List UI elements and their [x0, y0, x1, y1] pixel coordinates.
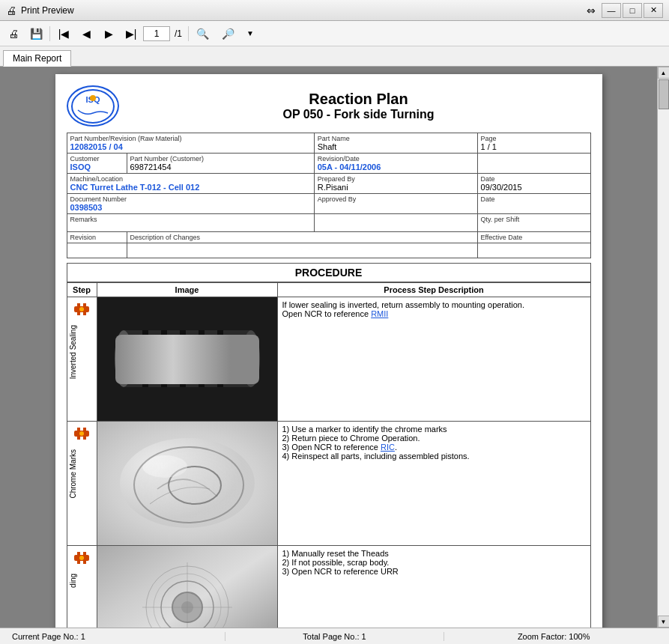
date-value: 09/30/2015 — [481, 183, 587, 192]
report-subtitle: OP 050 - Fork side Turning — [127, 108, 591, 121]
save-button[interactable]: 💾 — [25, 24, 46, 43]
part-number-value: 12082015 / 04 — [70, 142, 311, 151]
svg-rect-34 — [83, 561, 86, 564]
desc-line-1-1: If lower sealing is inverted, return ass… — [282, 300, 586, 309]
svg-point-25 — [79, 431, 84, 436]
step-label-1: Inverted Sealing — [69, 322, 77, 382]
scroll-up-arrow[interactable]: ▲ — [658, 67, 670, 79]
procedure-header: PROCEDURE — [67, 263, 591, 282]
svg-rect-33 — [77, 561, 80, 564]
ncr-link-2: RIC — [381, 443, 395, 452]
page-total: /1 — [175, 28, 182, 39]
customer-value: ISOQ — [70, 162, 124, 171]
company-logo: ISQ — [67, 85, 119, 127]
chrome-image — [97, 422, 277, 545]
customer-label: Customer — [70, 155, 124, 162]
desc-line-3-1: 1) Manually reset the Theads — [282, 549, 586, 558]
svg-rect-12 — [142, 330, 148, 387]
total-page-value: 1 — [362, 632, 366, 641]
find-button[interactable]: 🔍 — [192, 24, 213, 43]
revision-date-label: Revision/Date — [318, 155, 474, 162]
window-controls[interactable]: — □ ✕ — [602, 3, 663, 18]
close-button[interactable]: ✕ — [644, 3, 663, 18]
doc-number-value: 0398503 — [70, 203, 311, 212]
report-main-title: Reaction Plan — [127, 91, 591, 108]
minimize-button[interactable]: — — [602, 3, 621, 18]
first-page-button[interactable]: |◀ — [53, 24, 74, 43]
scroll-down-arrow[interactable]: ▼ — [658, 616, 670, 628]
scroll-area[interactable]: ISQ Reaction Plan OP 050 - Fork side Tur… — [0, 67, 657, 628]
approved-by-label: Approved By — [318, 195, 474, 203]
main-content-area: ISQ Reaction Plan OP 050 - Fork side Tur… — [0, 67, 669, 628]
tab-main-report[interactable]: Main Report — [3, 50, 71, 67]
total-page-label: Total Page No.: — [303, 632, 359, 641]
svg-point-27 — [120, 438, 255, 528]
col-description: Process Step Description — [277, 283, 590, 297]
desc-line-2-4: 4) Reinspect all parts, including assemb… — [282, 452, 586, 461]
svg-point-28 — [169, 467, 221, 504]
prev-page-button[interactable]: ◀ — [76, 24, 97, 43]
table-row: Inverted Sealing — [67, 297, 590, 422]
status-bar: Current Page No.: 1 Total Page No.: 1 Zo… — [0, 628, 669, 644]
step-label-2: Chrome Marks — [69, 446, 77, 502]
svg-rect-14 — [180, 330, 186, 387]
thread-image — [97, 546, 277, 628]
scrollbar-track — [658, 79, 670, 616]
report-header: ISQ Reaction Plan OP 050 - Fork side Tur… — [67, 85, 591, 127]
title-bar: 🖨 Print Preview ⇔ — □ ✕ — [0, 0, 669, 21]
app-icon: 🖨 — [6, 4, 16, 16]
pn-customer-label: Part Number (Customer) — [130, 155, 311, 162]
svg-point-18 — [115, 330, 133, 387]
desc-line-1-2: Open NCR to reference RMII — [282, 309, 586, 318]
svg-rect-22 — [83, 428, 86, 431]
procedure-table: Step Image Process Step Description — [67, 282, 591, 628]
step-cell-3: ding — [67, 546, 97, 628]
next-page-button[interactable]: ▶ — [98, 24, 119, 43]
step-icon-2 — [69, 425, 95, 446]
svg-rect-24 — [83, 437, 86, 440]
machine-location-label: Machine/Location — [70, 175, 311, 183]
svg-rect-4 — [77, 303, 80, 306]
svg-rect-15 — [199, 330, 205, 387]
svg-rect-13 — [161, 330, 167, 387]
part-name-label: Part Name — [318, 135, 474, 142]
window-title: Print Preview — [21, 5, 587, 16]
zoom-controls: 🔎 ▼ — [217, 24, 261, 43]
vertical-scrollbar[interactable]: ▲ ▼ — [657, 67, 669, 628]
transfer-icon: ⇔ — [587, 4, 596, 16]
shaft-image — [97, 297, 277, 421]
print-button[interactable]: 🖨 — [3, 24, 24, 43]
image-cell-3 — [97, 546, 277, 628]
col-image: Image — [97, 283, 277, 297]
zoom-dropdown[interactable]: ▼ — [240, 24, 261, 43]
step-cell-1: Inverted Sealing — [67, 297, 97, 422]
tab-bar: Main Report — [0, 46, 669, 67]
desc-line-2-3: 3) Open NCR to reference RIC. — [282, 443, 586, 452]
last-page-button[interactable]: ▶| — [121, 24, 142, 43]
zoom-button[interactable]: 🔎 — [217, 24, 238, 43]
desc-line-2-2: 2) Return piece to Chrome Operation. — [282, 434, 586, 443]
table-row: ding — [67, 546, 590, 628]
scrollbar-thumb[interactable] — [659, 79, 669, 109]
table-row: Chrome Marks — [67, 422, 590, 546]
svg-rect-6 — [77, 312, 80, 315]
svg-point-10 — [124, 330, 251, 387]
page-label: Page — [481, 135, 587, 142]
desc-line-3-3: 3) Open NCR to reference URR — [282, 567, 586, 576]
svg-rect-16 — [217, 330, 223, 387]
part-number-label: Part Number/Revision (Raw Material) — [70, 135, 311, 142]
svg-rect-31 — [77, 552, 80, 555]
part-name-value: Shaft — [318, 142, 474, 151]
pn-customer-value: 698721454 — [130, 162, 311, 171]
page-number-input[interactable]: 1 — [143, 26, 170, 41]
image-cell-2 — [97, 422, 277, 546]
current-page-value: 1 — [81, 632, 85, 641]
doc-number-label: Document Number — [70, 195, 311, 203]
svg-point-29 — [142, 455, 187, 478]
effective-date-label: Effective Date — [481, 234, 587, 241]
step-cell-2: Chrome Marks — [67, 422, 97, 546]
maximize-button[interactable]: □ — [623, 3, 642, 18]
revision-col-label: Revision — [70, 234, 124, 241]
image-cell-1 — [97, 297, 277, 422]
svg-point-2 — [90, 95, 96, 101]
